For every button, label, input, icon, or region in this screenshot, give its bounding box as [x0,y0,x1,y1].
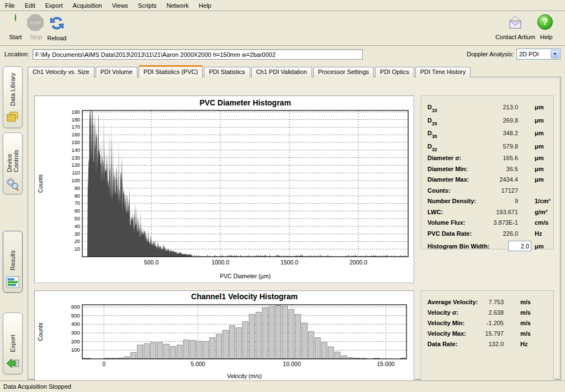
stat-value: 213.0 [503,101,518,114]
stat-label: LWC: [427,209,443,215]
doppler-analysis-select[interactable]: 2D PDI [516,49,561,60]
stat-row: Diameter σ:165.6μm [427,153,549,164]
svg-text:10.000: 10.000 [283,361,300,367]
doppler-analysis-value: 2D PDI [517,51,538,57]
stat-value: 226.0 [503,229,518,240]
svg-text:50: 50 [75,216,80,221]
menu-item-scripts[interactable]: Scripts [133,1,162,10]
stat-label: Diameter σ: [427,155,461,161]
svg-text:70: 70 [75,200,80,206]
stat-value: 132.0 [488,339,504,349]
pvc-diameter-histogram-chart: PVC Diameter HistogramCounts102030405060… [34,96,414,283]
stat-value: 2.638 [488,308,504,318]
stat-unit: μm [535,164,544,175]
stat-row: D10213.0μm [427,101,549,114]
stat-value: 579.8 [503,140,518,153]
menu-item-edit[interactable]: Edit [20,1,40,10]
stat-value: 3.873E-1 [493,218,518,229]
sidebar-item-data-library[interactable]: Data Library [3,66,23,128]
stat-label: Average Velocity: [427,299,478,305]
stat-label: D30 [427,130,437,136]
export-arrow-icon [6,357,20,371]
tab-pdi-statistics-pvc-[interactable]: PDI Statistics (PVC) [139,65,203,77]
sidebar-item-export[interactable]: Export [3,312,23,374]
svg-text:Velocity (m/s): Velocity (m/s) [227,373,262,379]
menu-item-acquisition[interactable]: Acquisition [68,1,107,10]
diameter-stats-panel: D10213.0μmD20269.8μmD30348.2μmD32579.8μm… [421,96,554,250]
stat-unit: m/s [520,318,531,329]
sidebar-item-label: Export [9,313,16,354]
svg-text:5.000: 5.000 [191,361,205,367]
svg-text:60: 60 [75,208,80,214]
tab-pdi-statistics[interactable]: PDI Statistics [204,67,250,77]
tab-pdi-optics[interactable]: PDI Optics [375,67,414,77]
stat-row: Data Rate:132.0Hz [427,339,549,349]
svg-text:120: 120 [71,162,80,168]
svg-text:300: 300 [71,330,81,336]
gears-icon [6,177,20,191]
svg-text:600: 600 [71,304,81,310]
tab-pdi-time-history[interactable]: PDI Time History [415,67,471,77]
svg-text:90: 90 [75,186,80,191]
stat-row: D30348.2μm [427,127,549,140]
svg-text:30: 30 [75,231,80,237]
stat-label: D20 [427,117,437,124]
menu-item-file[interactable]: File [0,1,20,10]
svg-text:80: 80 [75,193,80,199]
menu-item-network[interactable]: Network [161,1,193,10]
stat-label: Volume Flux: [427,219,465,226]
reload-button[interactable]: Reload [42,13,72,41]
stat-value: 7.753 [488,297,504,308]
sidebar-item-results[interactable]: Results [3,231,23,293]
tab-ch1-pdi-validation[interactable]: Ch1 PDI Validation [251,67,312,77]
contact-artium-button[interactable]: Contact Artium [494,13,536,40]
menu-item-export[interactable]: Export [40,1,68,10]
menu-item-views[interactable]: Views [107,1,133,10]
svg-text:100: 100 [71,347,81,353]
svg-text:110: 110 [72,170,80,176]
stat-row: LWC:193.671g/m³ [427,207,549,218]
help-icon: ? [537,14,555,32]
stat-row: D32579.8μm [427,140,549,153]
svg-text:40: 40 [75,224,80,229]
svg-text:400: 400 [71,321,81,327]
help-button-label: Help [534,34,559,40]
stat-label: Diameter Max: [427,176,469,183]
stat-label: Data Rate: [427,341,457,347]
stat-label: Number Density: [427,198,476,204]
svg-text:150: 150 [71,140,80,145]
location-field[interactable]: F:\My Documents\AIMS Data\2013\2013\11\2… [33,49,363,60]
svg-text:160: 160 [71,132,80,137]
stat-unit: μm [535,153,544,164]
chevron-down-icon[interactable] [551,50,559,59]
reload-button-label: Reload [42,35,72,41]
sidebar-item-device-controls[interactable]: Device Controls [3,133,23,194]
stat-value: 193.671 [496,207,518,218]
tab-pdi-volume[interactable]: PDI Volume [96,67,138,77]
histogram-bin-width-input[interactable] [508,241,531,251]
folders-icon [6,110,20,125]
status-bar: Data Acquisition Stopped [0,380,565,392]
stat-unit: 1/cm³ [535,196,551,207]
tab-processor-settings[interactable]: Processor Settings [313,67,374,77]
svg-text:500.0: 500.0 [144,259,159,266]
svg-text:10: 10 [75,246,80,252]
stat-value: -1.205 [487,318,504,329]
svg-text:20: 20 [75,239,80,244]
stat-unit: m/s [520,297,531,308]
svg-text:200: 200 [71,338,81,345]
stat-label: Velocity Max: [427,330,466,337]
contact-artium-label: Contact Artium [494,34,536,40]
help-button[interactable]: ? Help [534,13,559,40]
tab-ch1-velocity-vs-size[interactable]: Ch1 Velocity vs. Size [28,67,94,77]
svg-text:Channel1 Velocity Histogram: Channel1 Velocity Histogram [191,292,298,301]
svg-text:170: 170 [71,124,80,130]
stat-row: Velocity Min:-1.205m/s [427,318,549,329]
menu-item-help[interactable]: Help [194,1,217,10]
stat-unit: μm [535,114,544,128]
stat-unit: μm [535,140,544,153]
stat-unit: μm [535,127,544,140]
svg-text:140: 140 [71,147,80,153]
tab-content: PVC Diameter HistogramCounts102030405060… [28,77,561,380]
stat-row: Velocity Max:15.797m/s [427,329,549,339]
